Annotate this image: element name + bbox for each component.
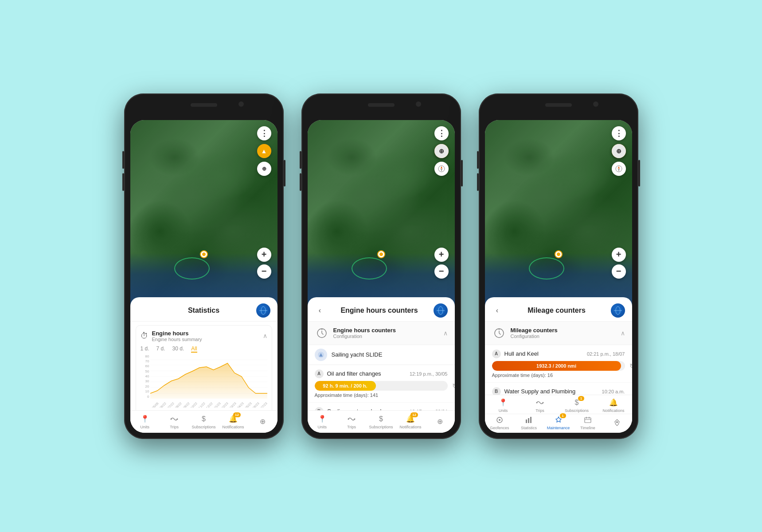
tracker-a-refresh-2[interactable]: ↻ <box>449 381 455 391</box>
xl-4: 08/22 <box>175 401 182 407</box>
tab-7d[interactable]: 7 d. <box>156 346 165 353</box>
nav-pin-3[interactable] <box>602 414 632 431</box>
back-btn-3[interactable]: ‹ <box>492 305 503 316</box>
chevron-section-3[interactable]: ∧ <box>621 330 625 337</box>
nav-trips-1[interactable]: Trips <box>160 413 189 430</box>
tracker-a-fill-3: 1932.3 / 2000 nmi <box>492 361 621 371</box>
map-more-btn-1[interactable]: ⋮ <box>257 126 271 140</box>
map-zoom-out-1[interactable]: − <box>257 264 271 279</box>
power-btn-2[interactable] <box>461 160 463 186</box>
nav-units-1[interactable]: 📍 Units <box>130 413 160 430</box>
y-label-30: 30 <box>145 379 149 383</box>
nav-trips-3[interactable]: Trips <box>522 397 559 414</box>
nav-notif-icon-1: 🔔 12 <box>228 414 238 424</box>
nav-timeline-3[interactable]: Timeline <box>573 414 602 431</box>
nav-more-icon-2: ⊕ <box>435 417 445 427</box>
tracker-a-header-3: A Hull and Keel 02:21 p.m., 18/07 <box>492 349 625 358</box>
panel-title-1: Statistics <box>152 307 256 315</box>
volume-up-btn-1[interactable] <box>122 151 124 169</box>
nav-trips-2[interactable]: Trips <box>337 413 366 430</box>
nav-subs-1[interactable]: $ Subscriptions <box>189 413 218 430</box>
nav-notif-2[interactable]: 🔔 12 Notifications <box>396 413 425 430</box>
map-zoom-out-2[interactable]: − <box>434 264 449 279</box>
chart-y-labels: 80 70 60 50 40 30 20 10 0 <box>141 354 149 399</box>
camera-2 <box>416 101 421 107</box>
nav-more-1[interactable]: ⊕ <box>248 413 277 430</box>
map-locate-btn-3[interactable]: ⊕ <box>612 144 626 158</box>
volume-up-btn-3[interactable] <box>477 151 479 169</box>
tracker-b-3: B Water Supply and Plumbing 10:20 a.m. 0… <box>485 383 632 395</box>
y-label-0: 0 <box>147 395 149 399</box>
tracker-a-refresh-3[interactable]: ↻ <box>627 361 632 371</box>
nav-units-3[interactable]: 📍 Units <box>485 397 522 414</box>
phone-3: ⋮ ▲ ⊕ + − ‹ Mileage counters <box>479 93 638 439</box>
map-locate-btn-2[interactable]: ⊕ <box>434 144 449 158</box>
map-compass-btn-2[interactable] <box>434 162 449 176</box>
xl-6: 10/22 <box>190 401 198 407</box>
nav-subs-badge-3: 1 <box>578 396 584 401</box>
tracker-a-bar-3: 1932.3 / 2000 nmi <box>492 361 625 371</box>
nav-units-icon-3: 📍 <box>498 398 508 408</box>
nav-subs-2[interactable]: $ Subscriptions <box>366 413 395 430</box>
xl-13: 05/23 <box>244 401 252 407</box>
eh-title: Engine hours <box>152 330 202 337</box>
power-btn-1[interactable] <box>284 160 285 186</box>
chevron-icon-1[interactable]: ∧ <box>263 332 267 339</box>
screen-1: ⋮ ▲ ⊕ + − Statistics <box>130 120 277 433</box>
svg-point-21 <box>348 418 349 419</box>
chevron-section-2[interactable]: ∧ <box>443 330 448 337</box>
map-2: ⋮ ▲ ⊕ + − <box>308 120 455 306</box>
nav-geofences-label-3: Geofences <box>490 426 509 430</box>
volume-down-btn-2[interactable] <box>300 173 301 191</box>
panel-globe-1[interactable] <box>256 303 270 318</box>
nav-more-2[interactable]: ⊕ <box>425 413 454 430</box>
volume-down-btn-1[interactable] <box>122 173 124 191</box>
nav-notif-3[interactable]: 🔔 Notifications <box>595 397 632 414</box>
map-compass-btn-3[interactable] <box>612 162 626 176</box>
tab-30d[interactable]: 30 d. <box>172 346 184 353</box>
map-zoom-out-3[interactable]: − <box>612 264 626 279</box>
volume-up-btn-2[interactable] <box>300 151 301 169</box>
nav-trips-icon-1 <box>169 414 179 424</box>
nav-subs-3[interactable]: $ 1 Subscriptions <box>559 397 595 414</box>
map-pin-3 <box>555 251 562 257</box>
power-btn-3[interactable] <box>638 160 640 186</box>
xl-14: 06/23 <box>252 401 260 407</box>
tab-all[interactable]: All <box>191 346 197 353</box>
map-zoom-in-2[interactable]: + <box>434 248 449 262</box>
map-more-btn-3[interactable]: ⋮ <box>612 126 626 140</box>
panel-globe-3[interactable] <box>611 303 625 318</box>
tracker-b-badge-2: B <box>315 407 324 410</box>
map-locate-btn-1[interactable]: ⊕ <box>257 162 271 176</box>
nav-statistics-3[interactable]: Statistics <box>514 414 543 431</box>
back-btn-2[interactable]: ‹ <box>315 305 325 316</box>
tracker-a-fill-2: 92 h. 9 min. / 200 h. <box>315 381 376 391</box>
eh-header: ⏱ Engine hours Engine hours summary ∧ <box>141 330 267 342</box>
map-zoom-in-3[interactable]: + <box>612 248 626 262</box>
nav-statistics-icon-3 <box>524 415 534 425</box>
nav-maintenance-icon-3: 1 <box>554 415 563 425</box>
xl-12: 04/23 <box>237 401 244 407</box>
tracker-a-label-text-3: 1932.3 / 2000 nmi <box>536 363 576 369</box>
nav-notif-label-1: Notifications <box>222 425 244 429</box>
xl-7: 11/22 <box>198 401 205 407</box>
map-more-btn-2[interactable]: ⋮ <box>434 126 449 140</box>
panel-globe-2[interactable] <box>434 303 448 318</box>
xl-9: 01/23 <box>213 401 221 407</box>
nav-maintenance-3[interactable]: 1 Maintenance <box>543 414 573 431</box>
nav-units-icon-1: 📍 <box>140 414 150 424</box>
y-label-20: 20 <box>145 384 149 388</box>
tab-1d[interactable]: 1 d. <box>141 346 149 353</box>
nav-notif-1[interactable]: 🔔 12 Notifications <box>219 413 248 430</box>
volume-down-btn-3[interactable] <box>477 173 479 191</box>
tracker-a-name-3: Hull and Keel <box>504 350 539 357</box>
nav-units-label-2: Units <box>317 425 327 429</box>
xl-11: 03/23 <box>229 401 236 407</box>
nav-geofences-3[interactable]: Geofences <box>485 414 514 431</box>
svg-point-22 <box>354 418 356 419</box>
map-navigate-btn-1[interactable]: ▲ <box>257 144 271 158</box>
section-sub-3: Configuration <box>511 334 621 339</box>
nav-units-2[interactable]: 📍 Units <box>308 413 337 430</box>
map-zoom-in-1[interactable]: + <box>257 248 271 262</box>
panel-content-2: Engine hours counters Configuration ∧ <box>308 322 455 410</box>
